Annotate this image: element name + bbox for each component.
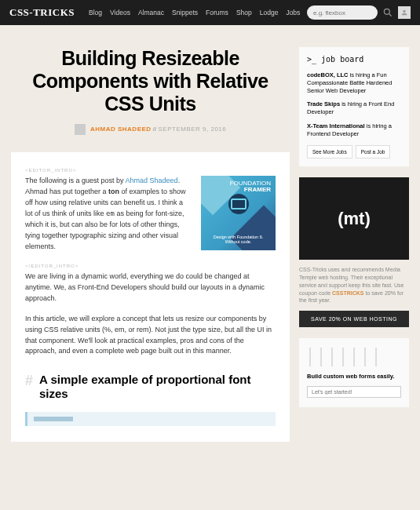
site-logo[interactable]: CSS-TRICKS [9, 6, 75, 19]
mt-logo: (mt) [338, 209, 371, 229]
job-board-title: >_ job board [307, 55, 401, 64]
editor-intro-text: The following is a guest post by Ahmad S… [25, 176, 190, 253]
svg-line-1 [389, 14, 392, 16]
sidebar: >_ job board codeBOX, LLC is hiring a Fu… [299, 47, 409, 442]
nav-videos[interactable]: Videos [110, 9, 130, 16]
job-listing[interactable]: Trade Skips is hiring a Front End Develo… [307, 100, 401, 116]
media-temple-ad[interactable]: (mt) [299, 177, 409, 260]
mt-cta-button[interactable]: SAVE 20% ON WEB HOSTING [299, 311, 409, 327]
article-title: Building Resizeable Components with Rela… [11, 47, 290, 115]
job-listing[interactable]: X-Team International is hiring a Fronten… [307, 122, 401, 138]
search-icon[interactable] [382, 7, 393, 18]
post-a-job-button[interactable]: Post a Job [356, 145, 391, 158]
nav-jobs[interactable]: Jobs [286, 9, 300, 16]
editor-intro-open-tag: <EDITOR_INTRO> [25, 168, 276, 173]
section-heading: A simple example of proportional font si… [39, 373, 276, 401]
svg-point-2 [403, 10, 405, 13]
article-body: <EDITOR_INTRO> The following is a guest … [11, 152, 290, 442]
wufoo-headline: Build custom web forms easily. [307, 373, 401, 380]
mt-description: CSS-Tricks uses and recommends Media Tem… [299, 266, 409, 304]
nav-forums[interactable]: Forums [206, 9, 228, 16]
search-input[interactable] [307, 5, 378, 20]
publish-date: SEPTEMBER 9, 2016 [158, 126, 226, 133]
user-avatar[interactable] [398, 6, 411, 19]
nav-lodge[interactable]: Lodge [260, 9, 279, 16]
main-nav: Blog Videos Almanac Snippets Forums Shop… [89, 9, 307, 16]
nav-shop[interactable]: Shop [236, 9, 252, 16]
svg-point-0 [384, 9, 389, 14]
see-more-jobs-button[interactable]: See More Jobs [307, 145, 352, 158]
job-listing[interactable]: codeBOX, LLC is hiring a Fun Compassiona… [307, 71, 401, 94]
glasses-icon [228, 194, 249, 214]
wufoo-widget: Build custom web forms easily. [299, 338, 409, 407]
nav-almanac[interactable]: Almanac [138, 9, 164, 16]
editor-intro-close-tag: </EDITOR_INTRO> [25, 264, 276, 268]
paragraph-2: In this article, we will explore a conce… [25, 314, 276, 358]
job-board-widget: >_ job board codeBOX, LLC is hiring a Fu… [299, 47, 409, 166]
byline: AHMAD SHADEED // SEPTEMBER 9, 2016 [11, 124, 290, 135]
nav-blog[interactable]: Blog [89, 9, 102, 16]
hash-anchor-icon[interactable]: # [25, 373, 33, 389]
author-link[interactable]: Ahmad Shadeed [126, 177, 178, 184]
foundation-framer-ad[interactable]: FOUNDATIONFRAMER Design with Foundation … [201, 176, 276, 250]
code-snippet-preview [25, 412, 276, 426]
nav-snippets[interactable]: Snippets [172, 9, 198, 16]
paragraph-1: We are living in a dynamic world, everyt… [25, 271, 276, 304]
wufoo-logo [307, 348, 401, 366]
author-name[interactable]: AHMAD SHADEED [90, 126, 152, 133]
author-avatar [75, 124, 86, 135]
wufoo-input[interactable] [307, 386, 401, 398]
